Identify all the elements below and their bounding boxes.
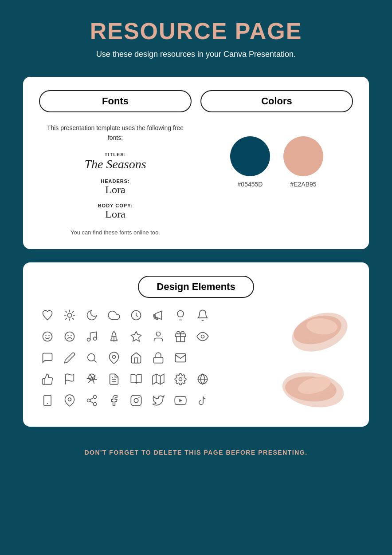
decorative-images [273,307,353,413]
pencil-icon [61,349,78,366]
svg-point-26 [113,355,116,358]
colors-label: Colors [200,90,353,112]
svg-point-40 [68,398,71,401]
search-icon [83,349,100,366]
svg-point-24 [88,353,95,361]
svg-marker-19 [131,331,141,341]
fonts-colors-card: Fonts Colors This presentation template … [23,77,369,249]
headers-row: HEADERS: Lora [39,178,192,196]
color-swatch-1: #05455D [230,136,270,188]
flag-icon [61,371,78,388]
de-label: Design Elements [138,276,254,298]
svg-point-41 [94,395,97,398]
frown-icon [61,328,78,345]
page-subtitle: Use these design resources in your Canva… [96,50,296,59]
design-elements-card: Design Elements [23,262,369,427]
svg-line-25 [94,360,96,362]
user-icon [150,328,167,345]
cloud-icon [106,307,122,324]
icon-row-2 [39,328,269,345]
youtube-icon [172,392,189,409]
svg-point-35 [179,377,182,381]
footer-text: DON'T FORGET TO DELETE THIS PAGE BEFORE … [84,449,307,456]
book-icon [128,371,145,388]
moon-icon [83,307,100,324]
icon-row-4 [39,371,269,388]
de-header: Design Elements [39,276,353,298]
svg-point-43 [94,402,97,405]
twitter-icon [150,392,167,409]
star-icon [128,328,145,345]
phone-icon [39,392,56,409]
mail-icon [172,349,189,366]
svg-point-17 [94,337,97,340]
facebook-icon [106,392,122,409]
colors-section: #05455D #E2AB95 [200,123,353,236]
svg-rect-46 [131,395,141,405]
settings-icon [172,371,189,388]
page-title: RESOURCE PAGE [90,18,302,44]
svg-point-0 [67,313,71,317]
pin-icon [106,349,122,366]
body-font: Lora [39,208,192,220]
badge-icon [83,371,100,388]
svg-point-16 [87,338,90,341]
de-body [39,307,353,413]
svg-point-13 [65,332,74,341]
thumbsup-icon [39,371,56,388]
svg-line-7 [73,311,74,312]
location-icon [61,392,78,409]
titles-font: The Seasons [39,157,192,171]
fc-header: Fonts Colors [39,90,353,112]
svg-line-8 [66,318,67,319]
fonts-intro: This presentation template uses the foll… [39,123,192,143]
lock-icon [150,349,167,366]
svg-line-5 [66,311,67,312]
fc-body: This presentation template uses the foll… [39,123,353,236]
fonts-label: Fonts [39,90,192,112]
icons-grid [39,307,269,413]
color-hex-1: #05455D [238,181,263,188]
svg-rect-27 [154,357,163,363]
blob-top [275,308,351,357]
svg-line-45 [90,397,94,400]
icon-row-1 [39,307,269,324]
color-hex-2: #E2AB95 [290,181,316,188]
icon-row-5 [39,392,269,409]
gift-icon [172,328,189,345]
svg-point-23 [201,335,204,338]
globe-icon [194,371,211,388]
instagram-icon [128,392,145,409]
svg-line-6 [73,318,74,319]
svg-line-44 [90,401,94,404]
svg-rect-38 [44,395,51,405]
blob-bottom [275,363,351,412]
icon-row-3 [39,349,269,366]
fonts-footer: You can find these fonts online too. [39,229,192,236]
rocket-icon [106,328,122,345]
smile-icon [39,328,56,345]
svg-point-42 [87,399,90,402]
color-circle-1 [230,136,270,176]
tiktok-icon [194,392,211,409]
headers-label: HEADERS: [39,178,192,184]
svg-marker-48 [179,399,182,402]
titles-label: TITLES: [39,152,192,157]
heart-icon [39,307,56,324]
titles-row: TITLES: The Seasons [39,152,192,171]
music-icon [83,328,100,345]
color-circle-2 [283,136,323,176]
body-label: BODY COPY: [39,203,192,208]
clock-icon [128,307,145,324]
eye-icon [194,328,211,345]
home-icon [128,349,145,366]
color-swatch-2: #E2AB95 [283,136,323,188]
lightbulb-icon [172,307,189,324]
chat-icon [39,349,56,366]
bell-icon [194,307,211,324]
share-icon [83,392,100,409]
headers-font: Lora [39,184,192,196]
svg-marker-32 [153,374,164,384]
svg-point-20 [156,332,160,336]
document-icon [106,371,122,388]
